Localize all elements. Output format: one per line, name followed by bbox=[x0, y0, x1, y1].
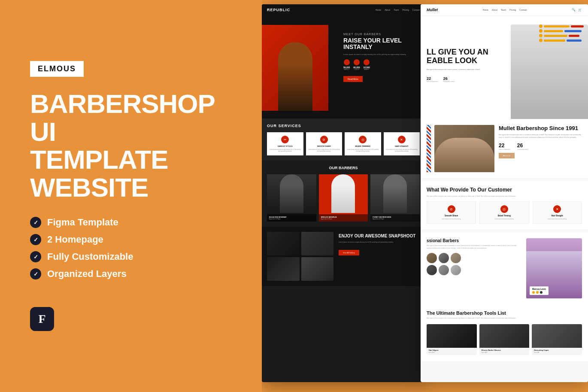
feature-item-4: Organized Layers bbox=[30, 268, 236, 280]
search-icon[interactable]: 🔍 bbox=[572, 8, 576, 12]
provide-title: What We Provide To Our Customer bbox=[427, 187, 582, 193]
right-panel: REPUBLIC Home About Team Pricing Contact… bbox=[262, 0, 588, 392]
prof-name-tag: Marcus Levin bbox=[530, 286, 549, 295]
left-panel: ELMOUS BARBERSHOP UI TEMPLATE WEBSITE Fi… bbox=[0, 0, 266, 392]
chart-bar-blue-4 bbox=[567, 40, 582, 42]
since-stat-1: 22 Years of Experience bbox=[499, 143, 510, 150]
light-hero-subtext: Nec egos at there anyone who loves to pu… bbox=[427, 69, 496, 71]
dark-nav: REPUBLIC Home About Team Pricing Contact bbox=[262, 4, 425, 15]
gallery-img-4 bbox=[301, 257, 334, 281]
cart-icon[interactable]: 🛒 bbox=[578, 8, 582, 12]
dot-3 bbox=[540, 291, 543, 294]
snapshot-title: ENJOY OUR AWESOME SNAPSHOOT bbox=[339, 234, 418, 239]
light-chart-bars bbox=[539, 24, 584, 42]
stat-lbl-2: CLIENTS bbox=[353, 69, 360, 70]
tools-grid: Hair Edgers from $12 Electric Barber Sha… bbox=[427, 324, 582, 355]
stat-haircut: 56,000 HAIRCUT bbox=[343, 59, 350, 70]
light-hero-image bbox=[502, 16, 588, 119]
prof-avatar-6 bbox=[451, 265, 461, 275]
snapshot-desc: Lorem Ipsum sit amet is simply dummy tex… bbox=[339, 241, 418, 244]
since-image bbox=[434, 125, 494, 172]
since-stat-num-2: 26 bbox=[517, 143, 528, 149]
prof-title: ssional Barbers bbox=[427, 238, 522, 243]
chart-bar-gold-2 bbox=[544, 30, 563, 32]
prof-avatar-2 bbox=[439, 253, 449, 263]
provide-desc-sm-3: Lorem ipsum dummy text printing. bbox=[536, 218, 578, 220]
dark-hero: MEET OUR BARBERS RaIsE YOUR LEVEL INSTAN… bbox=[262, 15, 425, 119]
hero-red-background bbox=[262, 25, 328, 111]
dark-services-section: OUR SERVICES ✂ HAIRCUT STYLES Lorem ipsu… bbox=[262, 119, 425, 161]
barber-card-3: FORET DECREW MON Apprentice & Player bbox=[370, 174, 420, 222]
barber-figure-1 bbox=[280, 174, 303, 213]
provide-desc-sm-1: Lorem ipsum dummy text printing. bbox=[430, 218, 472, 220]
tool-price-2: from $23 bbox=[479, 352, 530, 355]
light-tools-section: The Ultimate Barbershop Tools List Nec e… bbox=[421, 304, 588, 361]
stat-clients: 60,000 CLIENTS bbox=[353, 59, 360, 70]
hero-text-area: MEET OUR BARBERS RaIsE YOUR LEVEL INSTAN… bbox=[339, 28, 425, 86]
since-text: Mullet Barbershop Since 1991 Nec egos at… bbox=[499, 125, 582, 172]
barber-info-2: MOELES MEWINJA Apprentice & Player bbox=[319, 214, 368, 222]
since-stat-lbl-2: Co-operative award bbox=[517, 149, 528, 150]
provide-grid: ⊘ Smooth Shave Lorem ipsum dummy text pr… bbox=[427, 201, 582, 224]
stat-lbl-3: BARBER bbox=[364, 69, 370, 70]
chart-bar-4 bbox=[539, 39, 584, 42]
service-name-3: BEARD TRIMMING bbox=[347, 145, 379, 147]
service-desc-4: Lorem ipsum sit amet simply dummy text o… bbox=[386, 149, 418, 152]
stat-barbers: 10,000 BARBER bbox=[364, 59, 370, 70]
features-list: Figma Template 2 Homepage Fully Customiz… bbox=[30, 217, 236, 286]
dot-2 bbox=[536, 291, 539, 294]
chart-icon-1 bbox=[539, 24, 543, 28]
provide-icon-2: ◎ bbox=[500, 205, 508, 213]
light-since-section: Mullet Barbershop Since 1991 Nec egos at… bbox=[421, 119, 588, 178]
read-more-button[interactable]: Read More bbox=[343, 76, 363, 82]
barber-card-2: MOELES MEWINJA Apprentice & Player bbox=[319, 174, 368, 222]
provide-name-3: Hair Straight bbox=[536, 215, 578, 217]
feature-label-2: 2 Homepage bbox=[47, 234, 103, 245]
since-barber-figure bbox=[434, 138, 494, 172]
dark-logo: REPUBLIC bbox=[267, 8, 290, 12]
light-prof-section: ssional Barbers Nec egos at there anyone… bbox=[421, 232, 588, 304]
service-desc-3: Lorem ipsum sit amet simply dummy text o… bbox=[347, 149, 379, 152]
chart-bar-gold-4 bbox=[544, 40, 565, 42]
stat-lbl-1: HAIRCUT bbox=[343, 69, 350, 70]
prof-dots bbox=[532, 291, 546, 294]
hero-barber-image bbox=[262, 25, 328, 111]
snapshot-text: ENJOY OUR AWESOME SNAPSHOOT Lorem Ipsum … bbox=[337, 232, 420, 281]
more-info-button[interactable]: More Info bbox=[499, 153, 515, 158]
view-gallery-button[interactable]: View All Gallery bbox=[339, 250, 359, 255]
chart-icon-4 bbox=[539, 39, 543, 42]
check-icon-2 bbox=[30, 234, 41, 245]
barber-info-3: FORET DECREW MON Apprentice & Player bbox=[370, 214, 420, 222]
feature-item-1: Figma Template bbox=[30, 217, 236, 228]
check-icon-1 bbox=[30, 217, 41, 228]
stat-icon-1 bbox=[344, 59, 350, 65]
feature-label-3: Fully Customizable bbox=[47, 251, 133, 262]
feature-item-2: 2 Homepage bbox=[30, 234, 236, 245]
since-title: Mullet Barbershop Since 1991 bbox=[499, 125, 582, 131]
provide-icon-3: ✕ bbox=[553, 205, 561, 213]
chart-bar-3 bbox=[539, 34, 584, 37]
chart-bar-1 bbox=[539, 24, 584, 28]
service-card-4: ✕ HAIR STRAIGHT Lorem ipsum sit amet sim… bbox=[384, 132, 420, 155]
service-icon-4: ✕ bbox=[398, 136, 406, 143]
snapshot-gallery bbox=[267, 232, 333, 281]
meet-barbers-label: MEET OUR BARBERS bbox=[343, 33, 421, 36]
light-hero-text: ll Give You An eable Look Nec egos at th… bbox=[421, 16, 502, 119]
light-stat-num-1: 22 bbox=[427, 76, 438, 81]
hero-description: Lorem Ipsum sit amet is simply dummy tex… bbox=[343, 53, 421, 56]
provide-name-1: Smooth Shave bbox=[430, 215, 472, 217]
provide-icon-1: ⊘ bbox=[448, 205, 455, 213]
since-stat-lbl-1: Years of Experience bbox=[499, 149, 510, 150]
tool-name-2: Electric Barber Shavers bbox=[479, 348, 530, 352]
barbers-title: OUR BARBERS bbox=[267, 166, 420, 170]
since-stat-num-1: 22 bbox=[499, 143, 510, 149]
service-name-4: HAIR STRAIGHT bbox=[386, 145, 418, 147]
chart-bar-blue-2 bbox=[564, 30, 582, 32]
barber-card-1: BLEACKIN WOEMAR Apprentice & Player bbox=[267, 174, 316, 222]
provide-card-2: ◎ Beard Triming Lorem ipsum dummy text p… bbox=[479, 201, 529, 224]
hero-stats-row: 56,000 HAIRCUT 60,000 CLIENTS 10,000 BAR… bbox=[343, 59, 421, 70]
tool-card-2: Electric Barber Shavers from $23 bbox=[479, 324, 530, 355]
figma-logo: F bbox=[38, 312, 45, 326]
dark-mockup: REPUBLIC Home About Team Pricing Contact… bbox=[262, 4, 425, 382]
prof-image: Marcus Levin bbox=[526, 238, 582, 298]
